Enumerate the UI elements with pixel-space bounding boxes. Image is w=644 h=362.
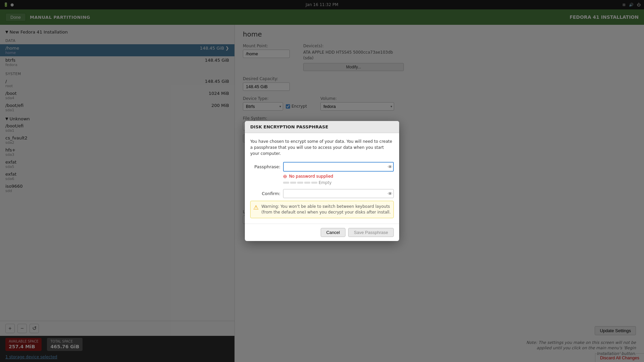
passphrase-row: Passphrase: 👁: [250, 162, 394, 172]
disk-encryption-dialog: DISK ENCRYPTION PASSPHRASE You have chos…: [245, 121, 399, 241]
passphrase-label: Passphrase:: [250, 164, 280, 169]
save-passphrase-button[interactable]: Save Passphrase: [348, 228, 394, 237]
no-password-text: No password supplied: [289, 174, 333, 179]
dialog-footer: Cancel Save Passphrase: [245, 224, 399, 241]
cancel-button[interactable]: Cancel: [321, 228, 345, 237]
confirm-input-wrap: 👁: [283, 189, 394, 198]
strength-bar-1: [283, 182, 289, 184]
confirm-input[interactable]: [283, 189, 394, 198]
passphrase-input[interactable]: [283, 162, 394, 172]
dialog-title: DISK ENCRYPTION PASSPHRASE: [245, 121, 399, 133]
strength-label: Empty: [319, 180, 332, 185]
confirm-eye-button[interactable]: 👁: [388, 191, 392, 196]
confirm-row: Confirm: 👁: [250, 189, 394, 198]
strength-bar-4: [304, 182, 310, 184]
strength-bar-3: [297, 182, 303, 184]
strength-bars: [283, 182, 317, 184]
keyboard-layout-warning: ⚠ Warning: You won't be able to switch b…: [250, 201, 394, 218]
confirm-label: Confirm:: [250, 191, 280, 196]
overlay: DISK ENCRYPTION PASSPHRASE You have chos…: [0, 0, 644, 362]
passphrase-input-wrap: 👁: [283, 162, 394, 172]
strength-bar-5: [311, 182, 317, 184]
passphrase-eye-button[interactable]: 👁: [388, 164, 392, 170]
warning-icon: ⚠: [253, 204, 259, 211]
password-strength: Empty: [283, 180, 394, 185]
warning-text: Warning: You won't be able to switch bet…: [261, 204, 391, 215]
no-password-status: ⊖ No password supplied: [283, 174, 394, 179]
dialog-description: You have chosen to encrypt some of your …: [250, 138, 394, 157]
no-password-icon: ⊖: [283, 174, 287, 179]
strength-bar-2: [290, 182, 296, 184]
dialog-body: You have chosen to encrypt some of your …: [245, 133, 399, 224]
